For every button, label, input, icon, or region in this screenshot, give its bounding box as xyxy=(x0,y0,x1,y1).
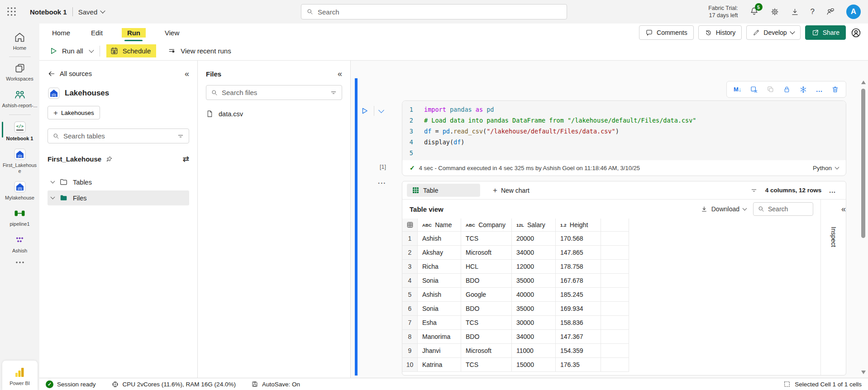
table-cell[interactable]: Microsoft xyxy=(461,246,512,260)
table-cell[interactable]: TCS xyxy=(461,232,512,246)
collapse-files-panel-icon[interactable]: « xyxy=(338,70,342,78)
clear-output-icon[interactable] xyxy=(750,86,758,94)
table-cell[interactable]: 20000 xyxy=(512,232,556,246)
scroll-down-arrow[interactable] xyxy=(861,371,866,374)
search-tables-box[interactable] xyxy=(48,128,189,143)
global-search[interactable] xyxy=(301,4,567,19)
table-cell[interactable]: Richa xyxy=(418,260,461,274)
filter-icon[interactable] xyxy=(177,133,184,140)
row-number-cell[interactable]: 1 xyxy=(402,232,418,246)
file-item-data-csv[interactable]: data.csv xyxy=(206,110,342,118)
downloads-icon[interactable] xyxy=(791,8,799,16)
row-number-cell[interactable]: 2 xyxy=(402,246,418,260)
new-chart-button[interactable]: + New chart xyxy=(493,186,529,194)
row-number-cell[interactable]: 5 xyxy=(402,288,418,302)
column-header-salary[interactable]: 12LSalary xyxy=(512,219,556,232)
collapse-explorer-icon[interactable]: « xyxy=(185,70,189,78)
autosave-status[interactable]: AutoSave: On xyxy=(251,380,300,388)
share-button[interactable]: Share xyxy=(805,25,846,40)
more-cell-actions-icon[interactable]: ... xyxy=(816,86,823,93)
row-number-cell[interactable]: 7 xyxy=(402,316,418,330)
rail-item-ashish[interactable]: Ashish xyxy=(0,231,39,257)
table-cell[interactable]: Sonia xyxy=(418,302,461,316)
rail-item-notebook-1[interactable]: </>Notebook 1 xyxy=(0,117,39,145)
freeze-icon[interactable] xyxy=(799,86,807,94)
table-cell[interactable]: 34000 xyxy=(512,246,556,260)
menu-tab-edit[interactable]: Edit xyxy=(89,28,105,38)
run-cell-icon[interactable] xyxy=(361,107,369,115)
history-button[interactable]: History xyxy=(698,25,742,40)
feedback-icon[interactable] xyxy=(826,7,835,16)
row-number-cell[interactable]: 8 xyxy=(402,330,418,344)
table-cell[interactable]: Manorima xyxy=(418,330,461,344)
table-cell[interactable]: BDO xyxy=(461,330,512,344)
account-avatar[interactable]: A xyxy=(846,5,861,19)
table-cell[interactable]: Esha xyxy=(418,316,461,330)
table-cell[interactable]: TCS xyxy=(461,358,512,372)
code-editor[interactable]: 1import pandas as pd2# Load data into pa… xyxy=(402,101,846,160)
rail-item-power-bi[interactable]: Power BI xyxy=(2,361,38,390)
table-search-input[interactable] xyxy=(768,205,809,213)
table-cell[interactable]: Google xyxy=(461,288,512,302)
menu-tab-view[interactable]: View xyxy=(163,28,181,38)
table-search-box[interactable] xyxy=(753,202,813,216)
global-search-input[interactable] xyxy=(318,8,562,16)
rail-item-mylakehouse[interactable]: Mylakehouse xyxy=(0,177,39,204)
comments-button[interactable]: Comments xyxy=(639,25,694,40)
filter-icon[interactable] xyxy=(330,89,337,96)
row-number-cell[interactable]: 6 xyxy=(402,302,418,316)
table-tab[interactable]: Table xyxy=(407,184,480,197)
table-cell[interactable]: Katrina xyxy=(418,358,461,372)
waffle-menu-icon[interactable] xyxy=(7,7,16,16)
output-more-icon[interactable]: ... xyxy=(829,187,836,194)
rail-item-ashish-report[interactable]: Ashish-report-... xyxy=(0,85,39,112)
add-lakehouse-button[interactable]: + Lakehouses xyxy=(48,106,100,119)
table-cell[interactable]: 176.35 xyxy=(556,358,601,372)
table-cell[interactable]: 185.245 xyxy=(556,288,601,302)
row-number-cell[interactable]: 3 xyxy=(402,260,418,274)
table-cell[interactable]: Microsoft xyxy=(461,344,512,358)
scroll-up-arrow[interactable] xyxy=(861,81,866,84)
table-cell[interactable]: 154.359 xyxy=(556,344,601,358)
table-cell[interactable]: 169.934 xyxy=(556,302,601,316)
table-cell[interactable]: Akshay xyxy=(418,246,461,260)
filter-icon[interactable] xyxy=(750,187,758,194)
table-cell[interactable]: 170.568 xyxy=(556,232,601,246)
column-header-name[interactable]: ABCName xyxy=(418,219,461,232)
table-cell[interactable]: 178.758 xyxy=(556,260,601,274)
rail-item-pipeline1[interactable]: pipeline1 xyxy=(0,204,39,230)
switch-lakehouse-icon[interactable]: ⇄ xyxy=(183,155,189,163)
table-cell[interactable]: 11000 xyxy=(512,344,556,358)
column-header-company[interactable]: ABCCompany xyxy=(461,219,512,232)
notifications-button[interactable]: 5 xyxy=(749,6,759,17)
table-cell[interactable]: 40000 xyxy=(512,288,556,302)
rail-item-more[interactable] xyxy=(0,257,39,268)
download-button[interactable]: Download xyxy=(701,205,746,213)
table-cell[interactable]: 167.678 xyxy=(556,274,601,288)
collapse-cell-icon[interactable] xyxy=(378,107,384,113)
table-corner-cell[interactable] xyxy=(402,219,418,232)
table-cell[interactable]: 35000 xyxy=(512,274,556,288)
table-cell[interactable]: Ashish xyxy=(418,288,461,302)
table-cell[interactable]: Jhanvi xyxy=(418,344,461,358)
markdown-icon[interactable]: M↓ xyxy=(734,86,741,93)
help-icon[interactable]: ? xyxy=(811,7,815,16)
table-cell[interactable]: 147.367 xyxy=(556,330,601,344)
search-tables-input[interactable] xyxy=(63,132,173,140)
menu-tab-home[interactable]: Home xyxy=(50,28,72,38)
table-cell[interactable]: 158.836 xyxy=(556,316,601,330)
table-cell[interactable]: 15000 xyxy=(512,358,556,372)
output-margin-more-icon[interactable]: ... xyxy=(378,177,386,185)
develop-button[interactable]: Develop xyxy=(746,25,800,40)
inspect-tab[interactable]: Inspect xyxy=(830,227,837,247)
language-selector[interactable]: Python xyxy=(813,165,839,171)
rail-item-home[interactable]: Home xyxy=(0,28,39,54)
scrollbar-thumb[interactable] xyxy=(861,89,865,238)
run-all-button[interactable]: Run all xyxy=(49,47,83,55)
run-all-dropdown[interactable] xyxy=(89,48,94,52)
tree-item-files[interactable]: Files xyxy=(48,190,189,205)
column-header-height[interactable]: 1.2Height xyxy=(556,219,601,232)
delete-cell-icon[interactable] xyxy=(831,86,839,93)
row-number-cell[interactable]: 10 xyxy=(402,358,418,372)
table-cell[interactable]: HCL xyxy=(461,260,512,274)
